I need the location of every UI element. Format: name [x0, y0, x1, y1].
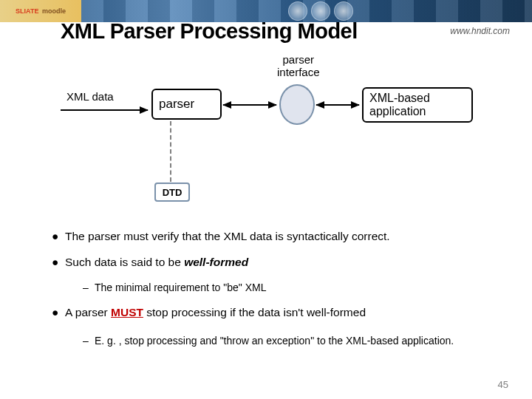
dtd-box: DTD [154, 183, 190, 202]
bullet-2-pre: Such data is said to be [65, 256, 184, 268]
diagram: parser interface XML data parser XML-bas… [52, 53, 488, 179]
bullet-icon: ● [52, 305, 65, 321]
arrow-xml-to-parser [61, 109, 148, 111]
globe-icon [288, 1, 307, 21]
app-line2: application [369, 105, 471, 118]
bullet-3-sub-text: E. g. , stop processing and "throw an ex… [95, 335, 454, 347]
bullet-1: ●The parser must verify that the XML dat… [52, 229, 502, 245]
content-body: ●The parser must verify that the XML dat… [52, 229, 502, 361]
globe-icon [334, 1, 353, 21]
banner-circles [288, 1, 353, 21]
page-number: 45 [498, 379, 508, 390]
logo-moodle: moodle [42, 7, 66, 15]
application-box: XML-based application [362, 87, 473, 123]
bullet-2: ●Such data is said to be well-formed [52, 255, 502, 270]
dashed-line [170, 121, 171, 182]
parser-box: parser [151, 89, 222, 120]
page-title: XML Parser Processing Model [61, 19, 358, 44]
bullet-1-text: The parser must verify that the XML data… [65, 230, 390, 242]
must-keyword: MUST [111, 306, 143, 318]
bullet-3-sub: –E. g. , stop processing and "throw an e… [83, 331, 502, 351]
globe-icon [311, 1, 330, 21]
bullet-3: ●A parser MUST stop processing if the da… [52, 305, 502, 321]
well-formed-term: well-formed [184, 256, 248, 268]
bullet-2-sub-text: The minimal requirement to "be" XML [95, 282, 266, 293]
xml-data-label: XML data [66, 90, 114, 103]
iface-line2: interface [277, 66, 320, 78]
bullet-icon: ● [52, 255, 65, 270]
bullet-3-pre: A parser [65, 306, 111, 318]
interface-oval [279, 84, 315, 125]
arrow-parser-to-interface [223, 104, 276, 106]
iface-line1: parser [283, 53, 315, 66]
parser-interface-label: parser interface [277, 53, 320, 79]
arrow-interface-to-app [316, 104, 359, 106]
dash-icon: – [83, 281, 95, 295]
bullet-icon: ● [52, 229, 65, 245]
url-hint: www.hndit.com [450, 26, 510, 36]
bullet-2-sub: –The minimal requirement to "be" XML [83, 281, 502, 295]
app-line1: XML-based [369, 92, 471, 105]
dash-icon: – [83, 331, 95, 351]
logo-sliate: SLIATE [16, 7, 38, 15]
bullet-3-post: stop processing if the data isn't well-f… [143, 306, 366, 318]
